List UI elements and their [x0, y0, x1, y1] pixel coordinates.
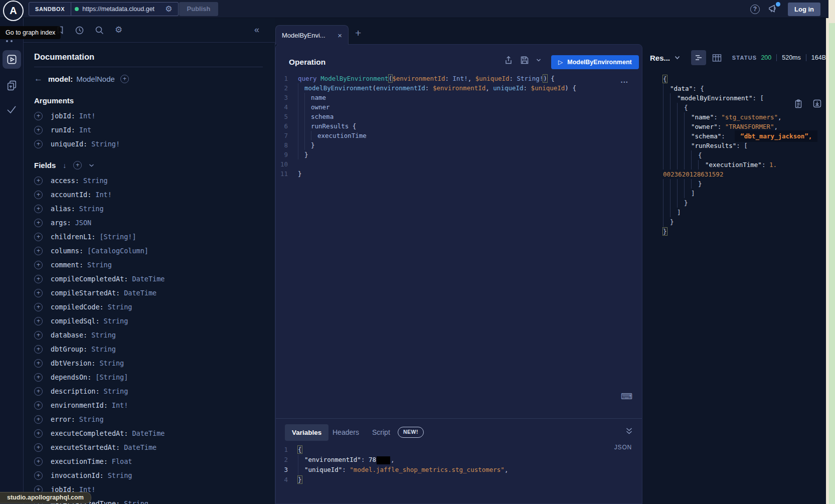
- sidebar-item-explorer[interactable]: [3, 50, 21, 69]
- field-name[interactable]: compiledSql:: [51, 317, 100, 325]
- field-name[interactable]: invocationId:: [51, 471, 104, 479]
- field-name[interactable]: environmentId:: [51, 401, 108, 409]
- field-type[interactable]: String: [91, 331, 116, 339]
- add-field-icon[interactable]: +: [34, 331, 43, 340]
- keyboard-shortcuts-icon[interactable]: ⌨: [621, 392, 632, 401]
- field-row[interactable]: +compileStartedAt:DateTime: [34, 286, 275, 300]
- response-title[interactable]: Res...: [650, 54, 670, 62]
- field-name[interactable]: description:: [51, 387, 100, 395]
- collapse-section-icon[interactable]: [625, 427, 633, 435]
- field-row[interactable]: +comment:String: [34, 258, 275, 272]
- field-type[interactable]: String!: [91, 140, 120, 148]
- sort-fields-icon[interactable]: ↓: [63, 161, 66, 170]
- field-type[interactable]: String: [104, 387, 128, 395]
- field-name[interactable]: executeCompletedAt:: [51, 429, 128, 437]
- field-type[interactable]: String: [79, 415, 104, 423]
- field-name[interactable]: alias:: [51, 205, 75, 213]
- code-line[interactable]: 1{: [276, 445, 642, 455]
- field-row[interactable]: +database:String: [34, 328, 275, 342]
- field-row[interactable]: +dependsOn:[String]: [34, 370, 275, 384]
- field-row[interactable]: +dbtGroup:String: [34, 342, 275, 356]
- add-field-icon[interactable]: +: [34, 387, 43, 396]
- apollo-logo[interactable]: A: [3, 1, 24, 21]
- code-line[interactable]: 10: [276, 159, 642, 169]
- add-field-icon[interactable]: +: [34, 359, 43, 368]
- field-name[interactable]: compiledCode:: [51, 303, 104, 311]
- announcements-icon[interactable]: [768, 3, 780, 15]
- field-type[interactable]: String: [108, 303, 132, 311]
- field-type[interactable]: String: [87, 261, 112, 269]
- field-type[interactable]: DateTime: [132, 275, 164, 283]
- run-operation-button[interactable]: ▷ ModelByEnvironment: [551, 55, 639, 69]
- code-line[interactable]: 9}: [276, 150, 642, 159]
- field-row[interactable]: +access:String: [34, 174, 275, 188]
- publish-button[interactable]: Publish: [179, 2, 218, 16]
- field-type[interactable]: String: [83, 177, 108, 185]
- add-field-icon[interactable]: +: [34, 471, 43, 480]
- field-row[interactable]: +jobId:Int!: [34, 109, 275, 123]
- field-name[interactable]: dependsOn:: [51, 373, 91, 381]
- code-line[interactable]: 8}: [276, 140, 642, 150]
- add-field-icon[interactable]: +: [34, 126, 43, 134]
- response-chevron-icon[interactable]: [675, 56, 680, 60]
- field-name[interactable]: dbtGroup:: [51, 345, 87, 353]
- field-name[interactable]: dbtVersion:: [51, 359, 95, 367]
- field-name[interactable]: access:: [51, 177, 79, 185]
- tab-script[interactable]: Script: [372, 424, 390, 441]
- breadcrumb-type-link[interactable]: ModelNode: [76, 75, 115, 83]
- field-row[interactable]: +error:String: [34, 412, 275, 426]
- url-field[interactable]: https://metadata.cloud.get ⚙: [71, 2, 179, 16]
- download-response-icon[interactable]: [813, 99, 821, 108]
- settings-gear-icon[interactable]: ⚙: [115, 25, 122, 35]
- field-row[interactable]: +runId:Int: [34, 123, 275, 137]
- copy-response-icon[interactable]: [794, 99, 802, 108]
- operation-tab[interactable]: ModelByEnvi... ×: [275, 25, 349, 45]
- endpoint-url-input[interactable]: https://metadata.cloud.get: [82, 6, 161, 13]
- field-type[interactable]: String: [79, 205, 104, 213]
- field-row[interactable]: +compileCompletedAt:DateTime: [34, 272, 275, 286]
- field-row[interactable]: +alias:String: [34, 202, 275, 216]
- add-field-icon[interactable]: +: [34, 303, 43, 311]
- help-icon[interactable]: ?: [750, 5, 760, 14]
- field-name[interactable]: runId:: [51, 126, 75, 134]
- add-field-icon[interactable]: +: [34, 247, 43, 255]
- field-name[interactable]: args:: [51, 219, 71, 227]
- graphql-editor[interactable]: 1query ModelByEnvironment($environmentId…: [276, 74, 642, 179]
- chevron-down-icon[interactable]: [89, 163, 94, 167]
- field-row[interactable]: +compiledSql:String: [34, 314, 275, 328]
- add-field-icon[interactable]: +: [34, 177, 43, 185]
- add-field-icon[interactable]: +: [34, 219, 43, 227]
- field-type[interactable]: Float: [112, 457, 132, 465]
- code-line[interactable]: 4}: [276, 475, 642, 485]
- field-type[interactable]: Int!: [112, 401, 128, 409]
- field-row[interactable]: +childrenL1:[String!]: [34, 230, 275, 244]
- connection-settings-icon[interactable]: ⚙: [165, 5, 172, 13]
- save-options-chevron-icon[interactable]: [536, 58, 541, 62]
- field-type[interactable]: [String!]: [99, 233, 136, 241]
- close-tab-icon[interactable]: ×: [338, 31, 342, 40]
- save-operation-icon[interactable]: [520, 56, 529, 65]
- add-field-icon[interactable]: +: [34, 401, 43, 410]
- field-type[interactable]: Int!: [79, 112, 96, 120]
- table-view-button[interactable]: [712, 54, 722, 62]
- field-name[interactable]: childrenL1:: [51, 233, 95, 241]
- add-field-icon[interactable]: +: [34, 429, 43, 438]
- search-icon[interactable]: [95, 26, 104, 35]
- field-row[interactable]: +executeStartedAt:DateTime: [34, 440, 275, 454]
- field-name[interactable]: executionTime:: [51, 457, 108, 465]
- code-line[interactable]: 7executionTime: [276, 131, 642, 140]
- add-field-icon[interactable]: +: [34, 112, 43, 120]
- add-field-icon[interactable]: +: [34, 373, 43, 382]
- field-name[interactable]: executeStartedAt:: [51, 443, 120, 451]
- tab-variables[interactable]: Variables: [285, 424, 328, 441]
- add-field-icon[interactable]: +: [34, 205, 43, 213]
- login-button[interactable]: Log in: [788, 3, 820, 16]
- field-type[interactable]: String: [104, 317, 128, 325]
- field-name[interactable]: comment:: [51, 261, 83, 269]
- field-row[interactable]: +environmentId:Int!: [34, 398, 275, 412]
- code-line[interactable]: 11}: [276, 169, 642, 179]
- add-field-icon[interactable]: +: [34, 140, 43, 148]
- field-type[interactable]: DateTime: [124, 443, 156, 451]
- code-line[interactable]: 3name: [276, 93, 642, 102]
- field-type[interactable]: String: [124, 499, 148, 504]
